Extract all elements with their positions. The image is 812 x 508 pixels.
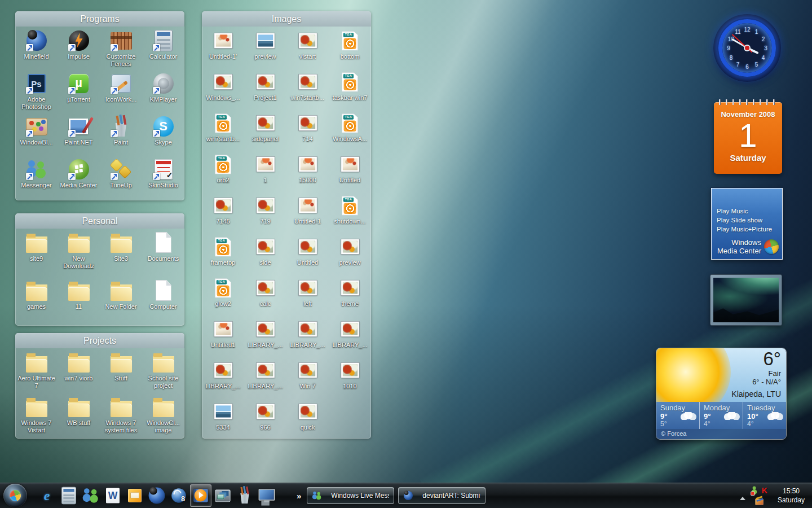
desktop-item[interactable]: 719 bbox=[244, 194, 286, 235]
desktop-shortcut[interactable]: Messenger bbox=[15, 158, 58, 201]
desktop-item[interactable]: Windows 7 system files bbox=[100, 396, 142, 440]
desktop-item[interactable]: Win 7 bbox=[286, 359, 329, 400]
desktop-item[interactable]: 714 bbox=[286, 112, 329, 153]
desktop-item[interactable]: win7 viorb bbox=[58, 351, 100, 396]
taskbar-button[interactable] bbox=[58, 484, 80, 507]
overflow-chevron[interactable]: » bbox=[297, 491, 301, 501]
desktop-item[interactable]: side bbox=[244, 235, 286, 277]
desktop-shortcut[interactable]: IconWork... bbox=[100, 72, 142, 115]
fence-title[interactable]: Projects bbox=[15, 333, 184, 348]
desktop-item[interactable]: 1010 bbox=[329, 359, 371, 400]
desktop-shortcut[interactable]: Calculator bbox=[142, 29, 184, 72]
desktop-item[interactable]: vistart bbox=[286, 29, 329, 71]
desktop-item[interactable]: WindowCl... image bbox=[142, 396, 184, 440]
desktop-item[interactable]: TGA orb2 bbox=[202, 153, 244, 194]
desktop-item[interactable]: New Downloadz bbox=[58, 231, 100, 279]
desktop-item[interactable]: site9 bbox=[15, 231, 58, 279]
desktop-shortcut[interactable]: Paint.NET bbox=[58, 115, 100, 158]
fence-title[interactable]: Images bbox=[202, 11, 371, 27]
taskbar-button[interactable] bbox=[234, 484, 255, 507]
desktop-item[interactable]: 7145 bbox=[202, 194, 244, 235]
desktop-item[interactable]: left bbox=[286, 277, 329, 318]
desktop-item[interactable]: 966 bbox=[244, 400, 286, 441]
desktop-item[interactable]: Windows 7 Vistart bbox=[15, 396, 58, 440]
desktop-item[interactable]: Documents bbox=[142, 231, 184, 279]
desktop-item[interactable]: 5334 bbox=[202, 400, 244, 441]
kaspersky-tray-icon[interactable]: K bbox=[760, 486, 770, 496]
tray-clock[interactable]: 15:50 Saturday bbox=[774, 487, 809, 505]
taskbar-button[interactable]: 8 bbox=[168, 484, 189, 507]
desktop-item[interactable]: preview bbox=[244, 29, 286, 71]
desktop-shortcut[interactable]: Media Center bbox=[58, 158, 100, 201]
desktop-shortcut[interactable]: S Skype bbox=[142, 115, 184, 158]
desktop-item[interactable]: TGA WindowsA... bbox=[329, 112, 371, 153]
desktop-item[interactable]: Windows_... bbox=[202, 71, 244, 112]
desktop-item[interactable]: win7startb... bbox=[286, 71, 329, 112]
desktop-item[interactable]: Untitled1 bbox=[202, 318, 244, 359]
desktop-item[interactable]: Untitled bbox=[329, 153, 371, 194]
taskbar-button[interactable]: W bbox=[102, 484, 123, 507]
desktop-item[interactable]: calc bbox=[244, 277, 286, 318]
desktop-item[interactable]: Untitled-1 bbox=[286, 194, 329, 235]
desktop-item[interactable]: Aero Ultimate 7 bbox=[15, 351, 58, 396]
photo-slideshow-gadget[interactable] bbox=[710, 274, 782, 326]
graphics-tool-tray-icon[interactable] bbox=[755, 496, 765, 506]
desktop-shortcut[interactable]: KMPlayer bbox=[142, 72, 184, 115]
desktop-item[interactable]: Site3 bbox=[100, 231, 142, 279]
desktop-item[interactable]: quick bbox=[286, 400, 329, 441]
desktop-item[interactable]: TGA bottom bbox=[329, 29, 371, 71]
media-center-option[interactable]: Play Slide show bbox=[717, 216, 782, 225]
desktop-item[interactable]: 15000 bbox=[286, 153, 329, 194]
media-center-option[interactable]: Play Music+Picture bbox=[717, 225, 782, 234]
messenger-tray-icon[interactable] bbox=[750, 486, 760, 496]
desktop-item[interactable]: theme bbox=[329, 277, 371, 318]
media-center-option[interactable]: Play Music bbox=[717, 207, 782, 216]
desktop-item[interactable]: TGA taskbar win7 bbox=[329, 71, 371, 112]
desktop-item[interactable]: WB stuff bbox=[58, 396, 100, 440]
desktop-shortcut[interactable]: Customize Fences bbox=[100, 29, 142, 72]
desktop-shortcut[interactable]: WindowBl... bbox=[15, 115, 58, 158]
task-button-browser[interactable]: deviantART: Submis... bbox=[398, 487, 486, 504]
start-button[interactable] bbox=[3, 484, 27, 507]
task-button-messenger[interactable]: Windows Live Mess... bbox=[307, 487, 394, 504]
desktop-item[interactable]: LIBRARY_... bbox=[329, 318, 371, 359]
desktop-item[interactable]: 11 bbox=[58, 279, 100, 327]
desktop-item[interactable]: LIBRARY_... bbox=[202, 359, 244, 400]
desktop-shortcut[interactable]: Ps Adobe Photoshop bbox=[15, 72, 58, 115]
desktop-shortcut[interactable]: µ µTorrent bbox=[58, 72, 100, 115]
weather-gadget[interactable]: 6° Fair 6° - N/A° Klaipeda, LTU Sunday 9… bbox=[656, 348, 787, 440]
desktop-item[interactable]: Untitled bbox=[286, 235, 329, 277]
desktop-item[interactable]: TGA glow2 bbox=[202, 277, 244, 318]
desktop-shortcut[interactable]: Minefield bbox=[15, 29, 58, 72]
fence-title[interactable]: Personal bbox=[15, 213, 184, 229]
desktop-item[interactable]: TGA frametop bbox=[202, 235, 244, 277]
taskbar-button[interactable] bbox=[190, 484, 211, 507]
desktop-shortcut[interactable]: Paint bbox=[100, 115, 142, 158]
show-hidden-icons-button[interactable] bbox=[740, 497, 745, 500]
fence-title[interactable]: Programs bbox=[15, 11, 184, 27]
desktop-item[interactable]: LIBRARY_... bbox=[244, 359, 286, 400]
desktop-item[interactable]: LIBRARY_... bbox=[244, 318, 286, 359]
desktop-item[interactable]: preview bbox=[329, 235, 371, 277]
desktop-item[interactable]: New Folder bbox=[100, 279, 142, 327]
desktop-item[interactable]: Untitled-1' bbox=[202, 29, 244, 71]
taskbar-button[interactable] bbox=[80, 484, 102, 507]
desktop-item[interactable]: TGA win7startb... bbox=[202, 112, 244, 153]
taskbar-button[interactable] bbox=[212, 484, 233, 507]
calendar-gadget[interactable]: November 2008 1 Saturday bbox=[714, 102, 782, 174]
taskbar-button[interactable] bbox=[124, 484, 145, 507]
desktop-shortcut[interactable]: ✓ SkinStudio bbox=[142, 158, 184, 201]
desktop-item[interactable]: Stuff bbox=[100, 351, 142, 396]
desktop-item[interactable]: LIBRARY_... bbox=[286, 318, 329, 359]
desktop-item[interactable]: Project1 bbox=[244, 71, 286, 112]
analog-clock-gadget[interactable]: 121234567891011 bbox=[713, 14, 781, 82]
taskbar-button[interactable]: e bbox=[36, 484, 58, 507]
media-center-gadget[interactable]: Play MusicPlay Slide showPlay Music+Pict… bbox=[711, 188, 783, 260]
taskbar-button[interactable] bbox=[146, 484, 167, 507]
desktop-item[interactable]: School site project bbox=[142, 351, 184, 396]
desktop-item[interactable]: TGA shutdown... bbox=[329, 194, 371, 235]
desktop-item[interactable]: 1 bbox=[244, 153, 286, 194]
desktop-item[interactable]: Computer bbox=[142, 279, 184, 327]
desktop-shortcut[interactable]: Impulse bbox=[58, 29, 100, 72]
taskbar-button[interactable] bbox=[256, 484, 277, 507]
